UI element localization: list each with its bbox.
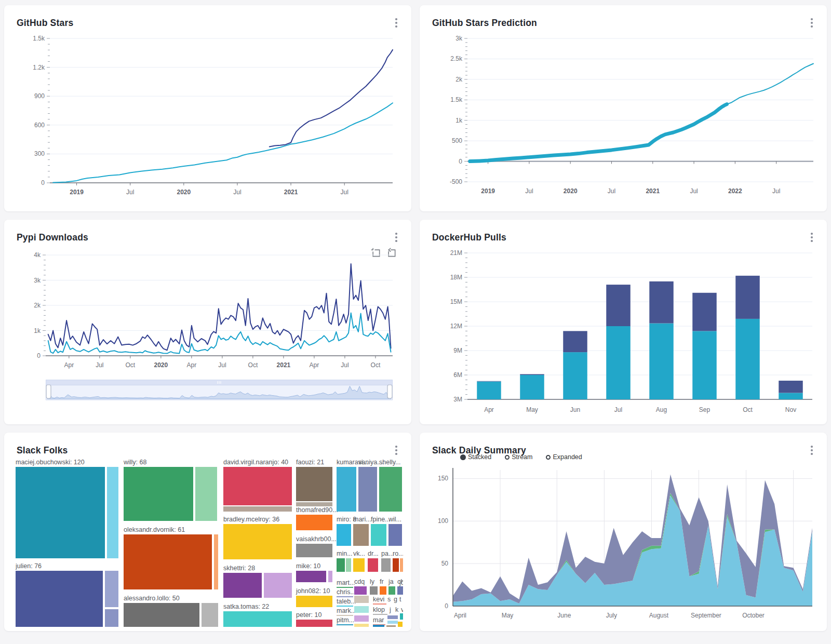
treemap-node[interactable]: [354, 606, 369, 613]
treemap-node-sliver[interactable]: [373, 614, 387, 615]
treemap-node[interactable]: [124, 534, 212, 589]
treemap-node[interactable]: [387, 615, 398, 619]
treemap-node[interactable]: [296, 571, 326, 582]
treemap-node[interactable]: [354, 615, 369, 622]
treemap-node[interactable]: [223, 467, 292, 505]
datazoom-handle-right[interactable]: [387, 385, 392, 398]
svg-text:600: 600: [34, 122, 45, 129]
treemap-node[interactable]: [346, 558, 351, 572]
legend-item-expanded[interactable]: Expanded: [546, 453, 582, 461]
treemap-node[interactable]: [296, 467, 332, 501]
svg-text:2021: 2021: [646, 187, 660, 195]
treemap-node[interactable]: [379, 467, 402, 512]
treemap-node[interactable]: [202, 603, 218, 627]
treemap-node[interactable]: [370, 586, 378, 595]
treemap-label: bradley.mcelroy: 36: [223, 516, 279, 523]
treemap-node[interactable]: [371, 524, 386, 546]
treemap-node[interactable]: [354, 624, 369, 627]
treemap-label: dr...: [368, 550, 379, 557]
svg-text:4k: 4k: [34, 251, 41, 259]
treemap-node-sliver[interactable]: [337, 624, 353, 625]
svg-text:Apr: Apr: [64, 361, 74, 369]
svg-text:0: 0: [41, 179, 45, 186]
treemap-node[interactable]: [296, 620, 332, 627]
svg-text:150: 150: [438, 475, 448, 482]
treemap-node[interactable]: [353, 524, 369, 546]
treemap-node[interactable]: [296, 596, 332, 607]
treemap-node-sliver[interactable]: [337, 615, 353, 616]
treemap-node[interactable]: [388, 524, 402, 546]
treemap-node[interactable]: [296, 515, 332, 530]
slack-daily-summary-chart: 050100150AprilMayJuneJulyAugustSeptember…: [423, 465, 824, 629]
treemap-node[interactable]: [388, 586, 395, 595]
treemap-node[interactable]: [337, 524, 351, 546]
svg-text:Jul: Jul: [218, 361, 226, 369]
treemap-label: klop: [373, 606, 385, 613]
treemap-node[interactable]: [124, 467, 193, 521]
treemap-node[interactable]: [264, 573, 292, 598]
svg-text:May: May: [502, 612, 514, 619]
treemap-node[interactable]: [195, 467, 217, 521]
treemap-label: s: [387, 596, 391, 603]
treemap-node-sliver[interactable]: [373, 603, 386, 605]
kebab-menu-icon[interactable]: [392, 18, 401, 28]
treemap-node[interactable]: [223, 506, 292, 512]
legend-item-stream[interactable]: Stream: [505, 453, 532, 461]
treemap-node-sliver[interactable]: [337, 596, 353, 597]
treemap-label: vk...: [353, 550, 365, 557]
treemap-node[interactable]: [354, 586, 367, 595]
treemap-node[interactable]: [353, 558, 365, 572]
svg-text:1.2k: 1.2k: [33, 64, 45, 71]
treemap-node[interactable]: [223, 611, 292, 627]
treemap-node[interactable]: [354, 596, 369, 603]
treemap-node[interactable]: [386, 625, 396, 627]
treemap-node[interactable]: [393, 558, 399, 572]
svg-text:2020: 2020: [564, 187, 578, 195]
treemap-node-sliver[interactable]: [337, 606, 353, 607]
treemap-node[interactable]: [380, 586, 386, 595]
datazoom-handle-left[interactable]: [46, 385, 51, 398]
svg-text:3k: 3k: [455, 35, 463, 42]
treemap-label: ly: [370, 578, 374, 585]
legend-item-stacked[interactable]: Stacked: [460, 453, 491, 461]
kebab-menu-icon[interactable]: [807, 18, 816, 28]
treemap-node[interactable]: [223, 573, 262, 598]
treemap-node[interactable]: [373, 625, 384, 627]
treemap-node[interactable]: [328, 571, 332, 582]
treemap-label: v: [401, 606, 403, 613]
treemap-node[interactable]: [105, 571, 118, 607]
kebab-menu-icon[interactable]: [392, 445, 401, 455]
treemap-node[interactable]: [337, 558, 345, 572]
kebab-menu-icon[interactable]: [807, 232, 816, 243]
treemap-node-sliver[interactable]: [337, 587, 353, 588]
treemap-node[interactable]: [223, 524, 292, 559]
treemap-node[interactable]: [400, 613, 403, 620]
treemap-node[interactable]: [16, 467, 105, 558]
treemap-node[interactable]: [400, 558, 403, 572]
card-slack-folks: Slack Folks maciej.obuchowski: 120julien…: [4, 433, 411, 631]
treemap-node[interactable]: [387, 621, 398, 624]
datazoom-slider[interactable]: [46, 380, 393, 403]
svg-text:Jun: Jun: [570, 406, 580, 413]
treemap-node[interactable]: [397, 586, 403, 595]
treemap-node[interactable]: [358, 467, 377, 512]
treemap-label: willy: 68: [124, 460, 146, 466]
treemap-node[interactable]: [381, 558, 391, 572]
kebab-menu-icon[interactable]: [392, 232, 401, 243]
treemap-node[interactable]: [16, 571, 103, 627]
svg-text:-500: -500: [450, 178, 462, 185]
treemap-node[interactable]: [398, 622, 403, 627]
slack-folks-treemap: maciej.obuchowski: 120julien: 76willy: 6…: [16, 460, 403, 627]
svg-text:Oct: Oct: [126, 361, 136, 369]
kebab-menu-icon[interactable]: [807, 445, 816, 455]
treemap-node[interactable]: [214, 534, 218, 589]
treemap-node[interactable]: [296, 544, 332, 557]
treemap-node[interactable]: [107, 467, 118, 558]
treemap-label: g: [394, 596, 397, 603]
treemap-node[interactable]: [337, 467, 356, 512]
treemap-node[interactable]: [124, 603, 199, 627]
treemap-node[interactable]: [296, 502, 332, 506]
treemap-label: peter: 10: [296, 611, 321, 619]
treemap-node[interactable]: [105, 609, 118, 627]
treemap-node[interactable]: [368, 558, 378, 572]
